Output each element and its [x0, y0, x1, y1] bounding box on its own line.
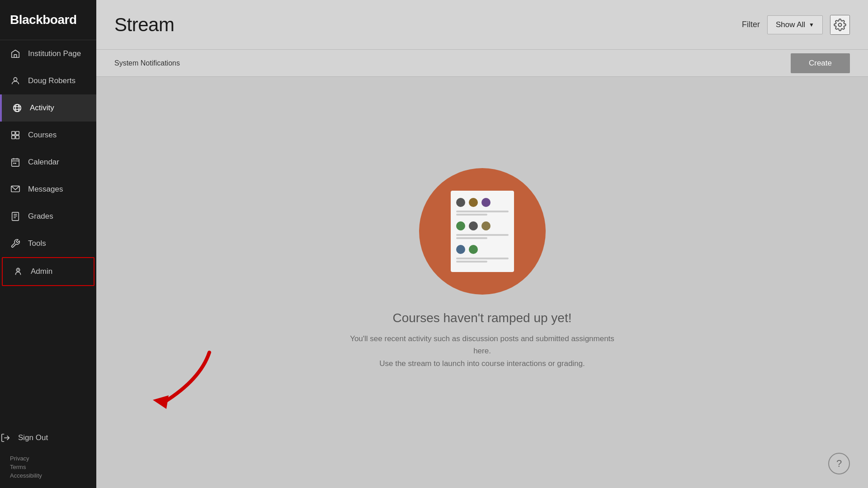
- sidebar-item-activity[interactable]: Activity: [0, 94, 96, 122]
- card-row: [456, 245, 509, 254]
- svg-point-3: [15, 104, 19, 112]
- settings-button[interactable]: [830, 15, 850, 35]
- help-button[interactable]: ?: [828, 453, 850, 474]
- main-content: Stream Filter Show All ▼ System Notifica…: [96, 0, 868, 488]
- illustration-circle: [419, 168, 546, 295]
- messages-icon: [10, 184, 21, 195]
- sidebar-item-tools-label: Tools: [28, 239, 46, 248]
- calendar-icon: [10, 157, 21, 168]
- institution-icon: [10, 48, 21, 59]
- sidebar-item-profile[interactable]: Doug Roberts: [0, 67, 96, 94]
- sidebar-item-calendar[interactable]: Calendar: [0, 149, 96, 176]
- sidebar-item-grades[interactable]: Grades: [0, 203, 96, 230]
- user-icon: [10, 75, 21, 86]
- system-notifications-label: System Notifications: [114, 59, 791, 67]
- svg-point-25: [839, 23, 842, 26]
- svg-point-1: [14, 78, 17, 81]
- empty-state-body: You'll see recent activity such as discu…: [342, 333, 623, 370]
- footer-accessibility[interactable]: Accessibility: [10, 472, 86, 479]
- svg-rect-8: [12, 136, 15, 139]
- svg-rect-10: [12, 159, 19, 167]
- sidebar: Blackboard Institution Page Doug Roberts…: [0, 0, 96, 488]
- sidebar-item-signout-label: Sign Out: [18, 433, 48, 442]
- admin-icon: [13, 266, 24, 277]
- card-lines: [456, 258, 509, 265]
- card-avatar: [481, 198, 491, 207]
- sidebar-item-admin[interactable]: Admin: [2, 257, 94, 286]
- svg-rect-0: [14, 55, 17, 57]
- sidebar-item-messages-label: Messages: [28, 185, 63, 194]
- svg-marker-26: [153, 395, 169, 409]
- sidebar-item-tools[interactable]: Tools: [0, 230, 96, 257]
- sidebar-item-courses[interactable]: Courses: [0, 122, 96, 149]
- sidebar-item-admin-label: Admin: [31, 267, 52, 276]
- sidebar-item-institution[interactable]: Institution Page: [0, 40, 96, 67]
- show-all-label: Show All: [776, 20, 805, 29]
- card-line: [456, 234, 509, 236]
- card-avatar: [456, 198, 465, 207]
- card-avatar: [469, 221, 478, 230]
- footer-links: Privacy Terms Accessibility: [0, 448, 96, 488]
- svg-rect-7: [16, 131, 19, 135]
- card-avatar: [469, 198, 478, 207]
- footer-terms[interactable]: Terms: [10, 464, 86, 470]
- card-line: [456, 261, 488, 263]
- sidebar-item-calendar-label: Calendar: [28, 158, 59, 167]
- tools-icon: [10, 238, 21, 249]
- card-line: [456, 214, 488, 216]
- footer-privacy[interactable]: Privacy: [10, 455, 86, 462]
- card-row: [456, 221, 509, 230]
- sidebar-item-courses-label: Courses: [28, 131, 57, 140]
- sidebar-item-messages[interactable]: Messages: [0, 176, 96, 203]
- card-line: [456, 211, 509, 212]
- empty-state-heading: Courses haven't ramped up yet!: [342, 311, 623, 325]
- filter-label: Filter: [742, 20, 760, 29]
- logo-area: Blackboard: [0, 0, 96, 40]
- card-avatar: [469, 245, 478, 254]
- svg-rect-6: [12, 131, 15, 135]
- svg-rect-17: [12, 212, 19, 221]
- svg-rect-15: [15, 163, 16, 164]
- card-row: [456, 198, 509, 207]
- chevron-down-icon: ▼: [809, 22, 814, 28]
- sidebar-item-institution-label: Institution Page: [28, 49, 81, 58]
- topbar: Stream Filter Show All ▼: [96, 0, 868, 50]
- card-line: [456, 258, 509, 259]
- page-title: Stream: [114, 14, 742, 36]
- card-line: [456, 237, 488, 239]
- sidebar-item-grades-label: Grades: [28, 212, 53, 221]
- card-avatar: [456, 221, 465, 230]
- svg-rect-14: [13, 163, 14, 164]
- card-lines: [456, 211, 509, 218]
- svg-point-22: [18, 269, 19, 271]
- courses-icon: [10, 130, 21, 141]
- globe-icon: [12, 103, 23, 113]
- card-lines: [456, 234, 509, 241]
- sidebar-item-profile-label: Doug Roberts: [28, 76, 75, 85]
- empty-state: Courses haven't ramped up yet! You'll se…: [342, 311, 623, 370]
- card-avatar: [481, 221, 491, 230]
- content-area: Courses haven't ramped up yet! You'll se…: [96, 77, 868, 488]
- app-logo[interactable]: Blackboard: [10, 13, 77, 27]
- create-button[interactable]: Create: [791, 53, 850, 73]
- filter-area: Filter Show All ▼: [742, 15, 850, 35]
- sidebar-item-activity-label: Activity: [30, 103, 54, 113]
- grades-icon: [10, 211, 21, 222]
- illustration-card: [451, 191, 514, 272]
- svg-rect-9: [16, 136, 19, 139]
- show-all-button[interactable]: Show All ▼: [767, 15, 823, 34]
- card-avatar: [456, 245, 465, 254]
- arrow-annotation: [123, 343, 223, 416]
- signout-icon: [0, 432, 11, 443]
- help-icon: ?: [836, 458, 842, 469]
- sidebar-item-signout[interactable]: Sign Out: [0, 428, 96, 448]
- notifications-bar: System Notifications Create: [96, 50, 868, 77]
- svg-point-2: [14, 104, 21, 112]
